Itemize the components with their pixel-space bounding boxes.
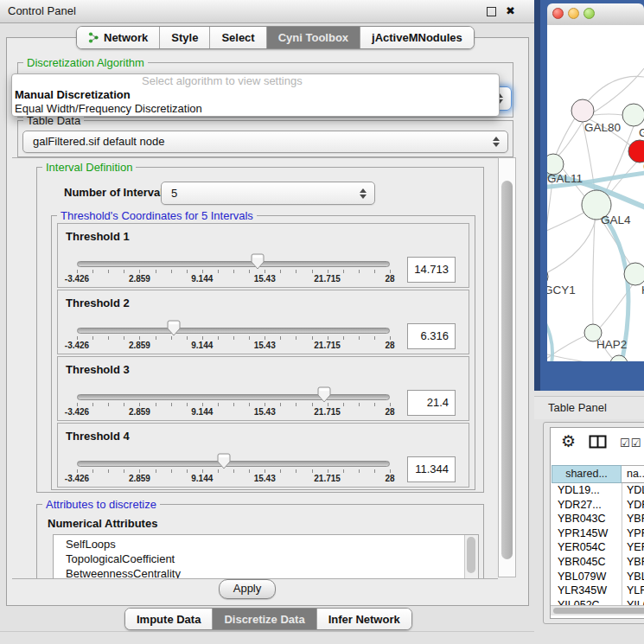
settings-scrollbar[interactable]: [498, 157, 516, 577]
tab-discretize-data[interactable]: Discretize Data: [212, 609, 316, 629]
column-visibility-checkboxes-icon[interactable]: ☑☑: [620, 437, 641, 450]
table-row[interactable]: YBR043CYBR04: [551, 512, 644, 526]
tick-label: -3.426: [65, 274, 89, 284]
tick-label: 2.859: [129, 474, 150, 483]
slider-thumb[interactable]: [167, 320, 181, 336]
slider-thumb[interactable]: [217, 453, 231, 469]
tab-jactivemnodules[interactable]: jActiveMNodules: [360, 27, 474, 48]
slider-tick-labels: -3.4262.8599.14415.4321.71528: [77, 407, 390, 418]
cell-shared-name: YBL079W: [558, 570, 606, 583]
network-node[interactable]: [628, 140, 644, 163]
settings-scrollbar-thumb[interactable]: [501, 181, 513, 559]
tick-label: -3.426: [65, 341, 89, 350]
tick-label: 28: [385, 274, 394, 284]
list-scrollbar-thumb[interactable]: [467, 537, 475, 573]
threshold-label: Threshold 4: [66, 430, 130, 443]
discretization-algorithm-group-label: Discretization Algorithm: [23, 56, 148, 69]
cell-name: YDR27: [627, 498, 644, 512]
dropdown-option-equal-width-frequency[interactable]: Equal Width/Frequency Discretization: [12, 102, 499, 116]
tick-label: 21.715: [314, 407, 341, 417]
tab-label: Cyni Toolbox: [278, 31, 348, 44]
list-scrollbar[interactable]: [464, 535, 478, 579]
tick-label: 21.715: [314, 274, 341, 284]
threshold-value-field[interactable]: 14.713: [407, 257, 456, 283]
table-row[interactable]: YER054CYER05: [551, 540, 644, 555]
attribute-list-item[interactable]: SelfLoops: [54, 537, 478, 552]
tab-label: Select: [221, 31, 254, 44]
tick-label: -3.426: [65, 474, 89, 483]
threshold-row: Threshold 3-3.4262.8599.14415.4321.71528…: [57, 356, 469, 421]
threshold-value-field[interactable]: 11.344: [407, 456, 456, 482]
slider-track[interactable]: [77, 328, 390, 334]
apply-button[interactable]: Apply: [219, 579, 276, 599]
threshold-value-field[interactable]: 21.4: [407, 390, 456, 416]
table-row[interactable]: YBR045CYBR04: [551, 555, 644, 570]
table-row[interactable]: YDL19...YDL19: [551, 483, 644, 498]
tab-infer-network[interactable]: Infer Network: [316, 609, 411, 629]
number-of-intervals-select[interactable]: 5: [161, 182, 375, 205]
cell-shared-name: YDR27...: [558, 498, 602, 512]
table-horizontal-scrollbar-thumb[interactable]: [553, 608, 644, 614]
table-data-select[interactable]: galFiltered.sif default node: [22, 131, 508, 153]
attribute-list-item[interactable]: BetweennessCentrality: [54, 566, 478, 579]
slider-track[interactable]: [77, 461, 390, 467]
cell-shared-name: YER054C: [558, 540, 606, 554]
close-panel-icon[interactable]: ✖: [506, 4, 515, 18]
tab-label: Discretize Data: [224, 613, 304, 626]
tab-label: Impute Data: [137, 613, 201, 626]
window-minimize-button[interactable]: [568, 8, 579, 19]
cell-shared-name: YBR043C: [558, 512, 606, 526]
slider-track[interactable]: [77, 394, 390, 400]
node-label: HAP2: [596, 338, 627, 351]
gear-icon[interactable]: ⚙: [561, 432, 576, 451]
cell-shared-name: YPR145W: [558, 526, 608, 540]
table-row[interactable]: YDR27...YDR27: [551, 498, 644, 513]
tick-label: 28: [385, 407, 394, 417]
panel-bottom-divider: [0, 631, 534, 632]
interval-definition-group: Interval Definition Number of Intervals …: [36, 167, 484, 493]
tick-label: 2.859: [129, 407, 150, 417]
cell-name: YDL19: [627, 483, 644, 497]
network-node[interactable]: [622, 104, 644, 126]
tick-label: 2.859: [129, 341, 150, 350]
table-row[interactable]: YBL079WYBL07: [551, 570, 644, 584]
network-node[interactable]: [571, 99, 594, 122]
tab-select[interactable]: Select: [209, 27, 265, 48]
cell-name: YBR04: [627, 555, 644, 569]
slider-track[interactable]: [77, 261, 390, 267]
node-table: ⚙ ☑☑ shared... na... YDL19...YDL19YDR27.…: [550, 427, 644, 619]
network-canvas[interactable]: GAL80GACGAL11GAL4GCY1HHAP2: [547, 25, 644, 361]
slider-thumb[interactable]: [251, 253, 265, 270]
tick-label: 9.144: [191, 274, 213, 284]
split-columns-icon[interactable]: [589, 435, 607, 452]
tab-style[interactable]: Style: [159, 27, 209, 48]
tab-impute-data[interactable]: Impute Data: [125, 609, 212, 629]
number-of-intervals-value: 5: [171, 182, 177, 204]
cell-shared-name: YBR045C: [558, 555, 606, 569]
table-data-selected-value: galFiltered.sif default node: [33, 131, 164, 152]
table-row[interactable]: YPR145WYPR14: [551, 526, 644, 541]
tab-network[interactable]: Network: [77, 27, 159, 48]
slider-thumb[interactable]: [317, 386, 331, 403]
float-panel-icon[interactable]: [487, 7, 496, 16]
column-header-name[interactable]: na...: [622, 465, 644, 483]
window-zoom-button[interactable]: [583, 8, 595, 19]
dropdown-option-manual-discretization[interactable]: Manual Discretization: [12, 88, 499, 102]
thresholds-group: Threshold's Coordinates for 5 Intervals …: [51, 215, 475, 490]
window-close-button[interactable]: [552, 8, 564, 19]
dropdown-prompt-item[interactable]: Select algorithm to view settings: [12, 74, 499, 88]
network-node[interactable]: [624, 263, 644, 285]
threshold-value-field[interactable]: 6.316: [407, 323, 456, 349]
cell-shared-name: YDL19...: [558, 483, 600, 497]
table-panel-titlebar: Table Panel: [534, 396, 644, 419]
column-header-shared[interactable]: shared...: [552, 465, 622, 483]
tab-cyni-toolbox[interactable]: Cyni Toolbox: [266, 27, 360, 48]
table-horizontal-scrollbar[interactable]: [551, 605, 644, 615]
numerical-attributes-list[interactable]: SelfLoopsTopologicalCoefficientBetweenne…: [53, 534, 479, 579]
attribute-list-item[interactable]: TopologicalCoefficient: [54, 552, 478, 566]
table-row[interactable]: YLR345WYLR34: [551, 583, 644, 598]
interval-definition-group-label: Interval Definition: [42, 161, 136, 174]
tab-label: Style: [171, 31, 198, 44]
cyni-bottom-tabs: Impute DataDiscretize DataInfer Network: [124, 608, 412, 630]
slider-tick-labels: -3.4262.8599.14415.4321.71528: [77, 474, 390, 484]
